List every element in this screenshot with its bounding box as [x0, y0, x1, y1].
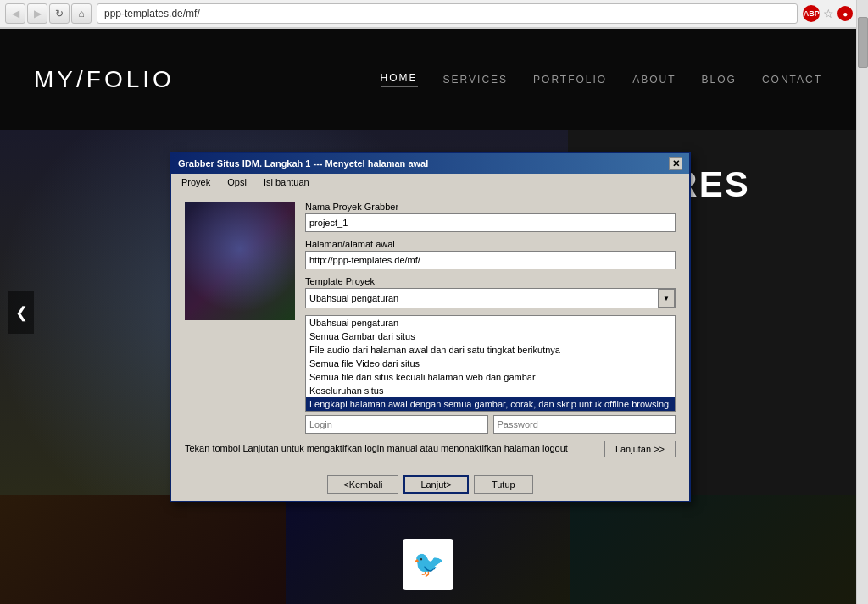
back-btn[interactable]: <Kembali — [327, 475, 398, 494]
dropdown-item-2[interactable]: File audio dari halaman awal dan dari sa… — [306, 343, 675, 357]
address-label: Halaman/alamat awal — [305, 239, 676, 249]
dialog-close-button[interactable]: ✕ — [669, 157, 682, 170]
dropdown-item-4[interactable]: Semua file dari situs kecuali halaman we… — [306, 370, 675, 384]
browser-icons: ABP ☆ ● » — [803, 5, 863, 22]
template-dropdown: Ubahsuai pengaturan Semua Gambar dari si… — [305, 315, 676, 412]
dialog-note-text: Tekan tombol Lanjutan untuk mengaktifkan… — [185, 442, 596, 455]
close-btn[interactable]: Tutup — [474, 475, 533, 494]
continue-btn[interactable]: Lanjut> — [403, 475, 468, 494]
template-select-wrapper: ▼ — [305, 288, 676, 308]
scrollbar-thumb[interactable] — [858, 17, 868, 68]
browser-toolbar: ◀ ▶ ↻ ⌂ ppp-templates.de/mf/ ABP ☆ ● » — [0, 0, 868, 28]
dialog-note: Tekan tombol Lanjutan untuk mengaktifkan… — [185, 441, 676, 457]
browser-chrome: ◀ ▶ ↻ ⌂ ppp-templates.de/mf/ ABP ☆ ● » — [0, 0, 868, 29]
scrollbar[interactable] — [856, 0, 868, 604]
template-group: Template Proyek ▼ — [305, 276, 676, 308]
dropdown-item-5[interactable]: Keseluruhan situs — [306, 384, 675, 397]
select-arrow-icon[interactable]: ▼ — [658, 289, 675, 308]
back-button[interactable]: ◀ — [5, 3, 25, 24]
dropdown-item-6[interactable]: Lengkapi halaman awal dengan semua gamba… — [306, 397, 675, 411]
dialog-title: Grabber Situs IDM. Langkah 1 --- Menyete… — [178, 158, 428, 169]
dialog-image — [185, 202, 295, 320]
website-container: MY/FOLIO HOME SERVICES PORTFOLIO ABOUT B… — [0, 29, 856, 604]
dialog-overlay: Grabber Situs IDM. Langkah 1 --- Menyete… — [0, 29, 856, 604]
login-row — [305, 415, 676, 434]
dropdown-item-1[interactable]: Semua Gambar dari situs — [306, 330, 675, 343]
forward-button[interactable]: ▶ — [27, 3, 47, 24]
password-input[interactable] — [493, 415, 676, 434]
address-input[interactable] — [305, 251, 676, 269]
home-button[interactable]: ⌂ — [71, 3, 92, 24]
dialog-content: Nama Proyek Grabber Halaman/alamat awal … — [185, 202, 676, 434]
adblock-icon[interactable]: ABP — [803, 5, 820, 22]
dialog-footer: <Kembali Lanjut> Tutup — [171, 468, 689, 501]
dropdown-item-3[interactable]: Semua file Video dari situs — [306, 357, 675, 370]
dialog-body: Nama Proyek Grabber Halaman/alamat awal … — [171, 191, 689, 468]
template-label: Template Proyek — [305, 276, 676, 286]
nav-buttons: ◀ ▶ ↻ ⌂ — [5, 3, 92, 24]
dialog-form: Nama Proyek Grabber Halaman/alamat awal … — [305, 202, 676, 434]
project-name-label: Nama Proyek Grabber — [305, 202, 676, 212]
url-text: ppp-templates.de/mf/ — [104, 8, 200, 19]
project-name-input[interactable] — [305, 213, 676, 232]
login-input[interactable] — [305, 415, 488, 434]
address-bar[interactable]: ppp-templates.de/mf/ — [97, 3, 798, 24]
dropdown-item-0[interactable]: Ubahsuai pengaturan — [306, 316, 675, 330]
project-name-group: Nama Proyek Grabber — [305, 202, 676, 232]
menu-opsi[interactable]: Opsi — [224, 175, 250, 189]
extension-icon[interactable]: ● — [837, 6, 853, 21]
menu-proyek[interactable]: Proyek — [178, 175, 214, 189]
reload-button[interactable]: ↻ — [49, 3, 70, 24]
template-input[interactable] — [306, 289, 658, 308]
idm-dialog: Grabber Situs IDM. Langkah 1 --- Menyete… — [170, 152, 691, 502]
menu-bantuan[interactable]: Isi bantuan — [260, 175, 313, 189]
dialog-titlebar: Grabber Situs IDM. Langkah 1 --- Menyete… — [171, 153, 689, 174]
dialog-menubar: Proyek Opsi Isi bantuan — [171, 174, 689, 191]
next-button[interactable]: Lanjutan >> — [604, 441, 676, 457]
bookmark-icon[interactable]: ☆ — [823, 7, 834, 20]
address-group: Halaman/alamat awal — [305, 239, 676, 269]
